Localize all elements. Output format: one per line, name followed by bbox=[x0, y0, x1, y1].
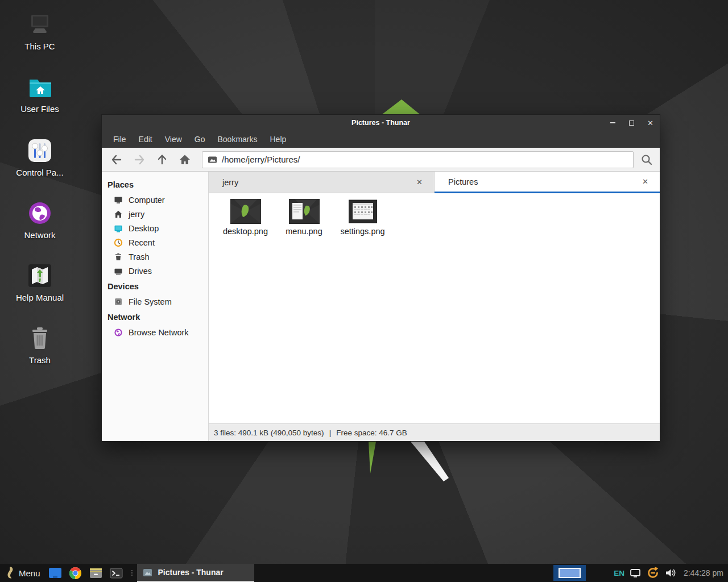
tab-close-icon[interactable]: ✕ bbox=[415, 177, 424, 188]
desktop-icon-this-pc[interactable]: This PC bbox=[0, 13, 80, 51]
taskbar: Menu bbox=[0, 564, 728, 582]
menu-file[interactable]: File bbox=[107, 132, 133, 147]
drives-icon bbox=[114, 267, 123, 276]
close-icon: ✕ bbox=[647, 119, 653, 127]
sidebar-item-label: Browse Network bbox=[129, 328, 189, 337]
search-icon bbox=[640, 153, 653, 166]
sidebar-item-computer[interactable]: Computer bbox=[102, 193, 208, 207]
desktop-icon-help-manual[interactable]: Help Manual bbox=[0, 263, 80, 302]
recent-clock-icon bbox=[114, 238, 123, 247]
launcher-archive[interactable] bbox=[86, 564, 106, 582]
sidebar-item-label: Trash bbox=[129, 252, 150, 261]
back-icon bbox=[111, 155, 122, 165]
tab-jerry[interactable]: jerry ✕ bbox=[209, 172, 435, 193]
file-name: menu.png bbox=[286, 227, 322, 236]
keyboard-layout-indicator[interactable]: EN bbox=[614, 569, 624, 577]
status-file-count: 3 files: 490.1 kB (490,050 bytes) bbox=[214, 429, 324, 437]
sidebar-item-label: Desktop bbox=[129, 224, 159, 233]
home-icon bbox=[179, 154, 191, 165]
file-name: settings.png bbox=[340, 227, 384, 236]
sidebar: Places Computer jerry bbox=[102, 172, 209, 441]
menu-bookmarks[interactable]: Bookmarks bbox=[211, 132, 263, 147]
home-icon bbox=[114, 210, 123, 219]
menu-edit[interactable]: Edit bbox=[133, 132, 159, 147]
content-pane: jerry ✕ Pictures ✕ bbox=[209, 172, 660, 441]
workspace-current[interactable] bbox=[559, 568, 581, 578]
desktop: This PC User Files Control Pa... bbox=[0, 0, 728, 582]
system-tray: EN 2:44:28 pm bbox=[614, 566, 728, 580]
desktop-icon-label: Help Manual bbox=[0, 293, 80, 302]
trash-icon bbox=[27, 325, 53, 351]
desktop-icon-label: This PC bbox=[0, 41, 80, 51]
control-panel-icon bbox=[27, 138, 53, 164]
tab-pictures[interactable]: Pictures ✕ bbox=[435, 172, 660, 193]
file-desktop-png[interactable]: desktop.png bbox=[216, 199, 275, 236]
maximize-button[interactable] bbox=[626, 117, 638, 129]
menubar: File Edit View Go Bookmarks Help bbox=[102, 131, 660, 148]
launcher-terminal[interactable] bbox=[106, 564, 127, 582]
statusbar: 3 files: 490.1 kB (490,050 bytes) | Free… bbox=[209, 423, 660, 441]
sidebar-item-file-system[interactable]: File System bbox=[102, 294, 208, 309]
home-button[interactable] bbox=[173, 150, 196, 169]
menu-view[interactable]: View bbox=[159, 132, 188, 147]
sidebar-item-desktop[interactable]: Desktop bbox=[102, 221, 208, 235]
archive-manager-icon bbox=[89, 568, 102, 579]
minimize-icon bbox=[610, 122, 615, 123]
desktop-icon-network[interactable]: Network bbox=[0, 200, 80, 240]
network-globe-icon bbox=[114, 328, 123, 337]
volume-icon[interactable] bbox=[665, 568, 676, 578]
toolbar: /home/jerry/Pictures/ bbox=[102, 148, 660, 172]
thunar-window: Pictures - Thunar ✕ File Edit View Go Bo… bbox=[101, 114, 660, 442]
close-button[interactable]: ✕ bbox=[644, 117, 656, 129]
sidebar-header-network: Network bbox=[102, 309, 208, 325]
up-icon bbox=[156, 154, 168, 165]
update-manager-icon[interactable] bbox=[646, 566, 660, 580]
task-label: Pictures - Thunar bbox=[158, 568, 224, 577]
start-menu-button[interactable]: Menu bbox=[0, 564, 45, 582]
window-controls: ✕ bbox=[607, 115, 656, 131]
file-settings-png[interactable]: settings.png bbox=[333, 199, 392, 236]
up-button[interactable] bbox=[151, 150, 173, 169]
forward-icon bbox=[134, 155, 145, 165]
launcher-chrome[interactable] bbox=[65, 564, 86, 582]
window-body: Places Computer jerry bbox=[102, 172, 660, 441]
tab-label: Pictures bbox=[448, 177, 640, 186]
location-text: /home/jerry/Pictures/ bbox=[222, 155, 300, 164]
titlebar[interactable]: Pictures - Thunar ✕ bbox=[102, 115, 660, 131]
workspace-switcher[interactable] bbox=[553, 565, 586, 581]
file-view[interactable]: desktop.png bbox=[209, 193, 660, 423]
menu-go[interactable]: Go bbox=[188, 132, 212, 147]
desktop-icon-label: User Files bbox=[0, 104, 80, 114]
image-thumbnail bbox=[349, 199, 377, 224]
sidebar-item-home[interactable]: jerry bbox=[102, 207, 208, 221]
tab-close-icon[interactable]: ✕ bbox=[640, 176, 650, 187]
sidebar-item-recent[interactable]: Recent bbox=[102, 235, 208, 250]
clock[interactable]: 2:44:28 pm bbox=[684, 568, 723, 577]
back-button[interactable] bbox=[105, 150, 128, 169]
desktop-icon-user-files[interactable]: User Files bbox=[0, 75, 80, 114]
menu-help[interactable]: Help bbox=[264, 132, 293, 147]
sidebar-item-label: Drives bbox=[129, 267, 152, 276]
taskbar-task-pictures-thunar[interactable]: Pictures - Thunar bbox=[137, 564, 254, 582]
file-menu-png[interactable]: menu.png bbox=[275, 199, 333, 236]
sidebar-item-trash[interactable]: Trash bbox=[102, 250, 208, 264]
desktop-icon-trash[interactable]: Trash bbox=[0, 325, 80, 365]
minimize-button[interactable] bbox=[607, 117, 619, 129]
filesystem-disk-icon bbox=[114, 297, 123, 306]
status-free-space: Free space: 46.7 GB bbox=[336, 429, 407, 437]
task-list-grabber bbox=[129, 564, 135, 582]
desktop-icon-label: Network bbox=[0, 230, 80, 240]
location-bar[interactable]: /home/jerry/Pictures/ bbox=[202, 151, 634, 168]
launcher-files[interactable] bbox=[45, 564, 65, 582]
desktop-icon-label: Trash bbox=[0, 355, 80, 365]
sidebar-item-drives[interactable]: Drives bbox=[102, 264, 208, 278]
display-tray-icon[interactable] bbox=[630, 568, 641, 578]
search-button[interactable] bbox=[634, 149, 659, 170]
trash-icon bbox=[114, 252, 123, 261]
desktop-icon-control-panel[interactable]: Control Pa... bbox=[0, 138, 80, 177]
sidebar-item-browse-network[interactable]: Browse Network bbox=[102, 325, 208, 339]
computer-icon bbox=[26, 13, 53, 38]
thunar-task-icon bbox=[143, 568, 152, 577]
chrome-icon bbox=[69, 567, 82, 580]
forward-button[interactable] bbox=[128, 150, 151, 169]
